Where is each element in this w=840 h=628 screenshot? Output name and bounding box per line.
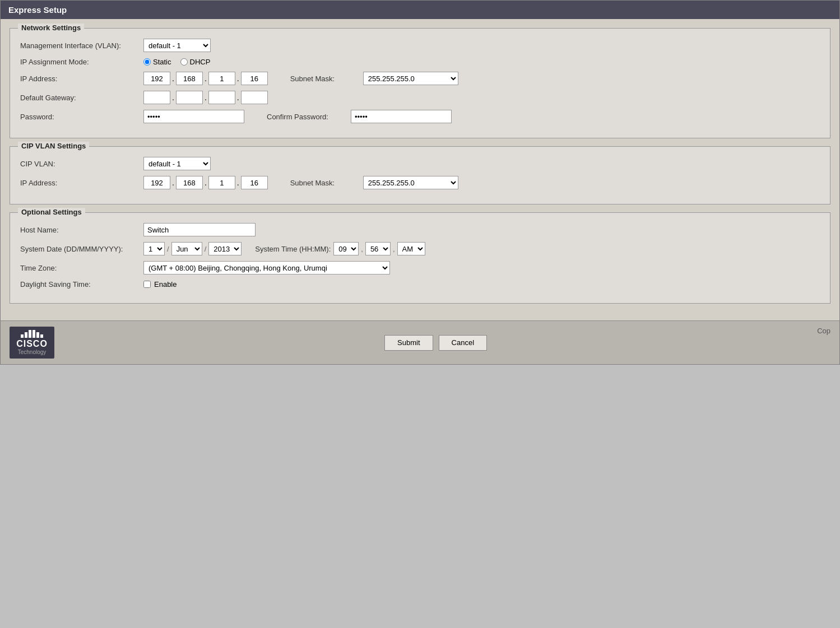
cisco-bar-5 xyxy=(36,332,39,338)
dhcp-radio-text: DHCP xyxy=(190,58,211,66)
daylight-saving-group: Enable xyxy=(143,280,177,289)
cip-ip-address-row: IP Address: . . . Subnet Mask: 255.255.2… xyxy=(20,176,820,189)
cip-dot-1: . xyxy=(170,178,176,187)
static-radio-text: Static xyxy=(153,58,171,66)
network-settings-title: Network Settings xyxy=(18,24,84,32)
timezone-select[interactable]: (GMT + 08:00) Beijing, Chongqing, Hong K… xyxy=(143,261,390,275)
static-radio[interactable] xyxy=(143,58,151,66)
time-mm-select[interactable]: 001530 4556 xyxy=(365,242,391,255)
gateway-ip-octet-4[interactable] xyxy=(241,91,268,104)
main-window: Express Setup Network Settings Managemen… xyxy=(0,0,840,365)
cip-ip-octet-4[interactable] xyxy=(241,176,268,189)
time-hh-select[interactable]: 010203 040506 070809 101112 xyxy=(333,242,359,255)
gw-dot-3: . xyxy=(235,93,241,102)
cip-ip-address-label: IP Address: xyxy=(20,179,143,187)
network-subnet-mask-label: Subnet Mask: xyxy=(290,75,363,83)
title-bar: Express Setup xyxy=(1,1,839,19)
footer-buttons: Submit Cancel xyxy=(54,335,817,351)
cisco-sub-text: Technology xyxy=(18,349,47,355)
network-ip-octet-1[interactable] xyxy=(143,72,170,85)
optional-settings-title: Optional Settings xyxy=(18,208,85,216)
network-subnet-mask-select[interactable]: 255.255.255.0 255.255.0.0 255.0.0.0 xyxy=(363,72,458,85)
daylight-saving-enable-text: Enable xyxy=(154,280,177,289)
management-interface-label: Management Interface (VLAN): xyxy=(20,41,143,50)
host-name-input[interactable] xyxy=(143,223,256,236)
copyright-text: Cop xyxy=(817,327,830,335)
time-group: 010203 040506 070809 101112 , 001530 455… xyxy=(333,242,425,255)
gw-dot-2: . xyxy=(203,93,208,102)
gateway-ip-octet-1[interactable] xyxy=(143,91,170,104)
network-ip-address-label: IP Address: xyxy=(20,75,143,83)
ip-assignment-label: IP Assignment Mode: xyxy=(20,58,143,66)
default-gateway-row: Default Gateway: . . . xyxy=(20,91,820,104)
cisco-bars xyxy=(21,330,43,338)
timezone-row: Time Zone: (GMT + 08:00) Beijing, Chongq… xyxy=(20,261,820,275)
ip-mode-radio-group: Static DHCP xyxy=(143,58,210,66)
network-ip-group: . . . xyxy=(143,72,268,85)
gateway-ip-octet-3[interactable] xyxy=(208,91,235,104)
ip-dot-1: . xyxy=(170,74,176,83)
dhcp-radio-label[interactable]: DHCP xyxy=(180,58,211,66)
date-sep-2: / xyxy=(203,245,208,253)
cip-ip-group: . . . xyxy=(143,176,268,189)
static-radio-label[interactable]: Static xyxy=(143,58,171,66)
dhcp-radio[interactable] xyxy=(180,58,188,66)
date-year-select[interactable]: 201320142015 xyxy=(208,242,242,255)
cisco-bar-4 xyxy=(33,330,35,338)
cisco-bar-1 xyxy=(21,334,24,338)
gw-dot-1: . xyxy=(170,93,176,102)
submit-button[interactable]: Submit xyxy=(384,335,433,351)
date-day-select[interactable]: 123 xyxy=(143,242,165,255)
management-interface-select[interactable]: default - 1 default - 2 default - 3 xyxy=(143,39,211,52)
system-date-row: System Date (DD/MMM/YYYY): 123 / JanFebM… xyxy=(20,242,820,255)
network-ip-octet-4[interactable] xyxy=(241,72,268,85)
cip-subnet-mask-select[interactable]: 255.255.255.0 255.255.0.0 255.0.0.0 xyxy=(363,176,458,189)
network-ip-octet-3[interactable] xyxy=(208,72,235,85)
ip-dot-2: . xyxy=(203,74,208,83)
optional-settings-section: Optional Settings Host Name: System Date… xyxy=(10,212,830,304)
confirm-password-input[interactable] xyxy=(351,110,452,123)
cisco-bar-2 xyxy=(25,332,27,338)
window-title: Express Setup xyxy=(8,5,67,15)
password-input[interactable] xyxy=(143,110,244,123)
daylight-saving-label: Daylight Saving Time: xyxy=(20,280,143,289)
timezone-label: Time Zone: xyxy=(20,264,143,272)
system-date-label: System Date (DD/MMM/YYYY): xyxy=(20,245,143,253)
cisco-bar-6 xyxy=(40,334,43,338)
password-label: Password: xyxy=(20,113,143,121)
system-time-label: System Time (HH:MM): xyxy=(255,245,333,253)
cip-vlan-section: CIP VLAN Settings CIP VLAN: default - 1 … xyxy=(10,146,830,204)
cip-ip-octet-1[interactable] xyxy=(143,176,170,189)
date-group: 123 / JanFebMar AprMayJun JulAugSep OctN… xyxy=(143,242,242,255)
cip-vlan-title: CIP VLAN Settings xyxy=(18,142,89,150)
time-sep: , xyxy=(360,245,364,253)
cancel-button[interactable]: Cancel xyxy=(439,335,487,351)
cip-ip-octet-2[interactable] xyxy=(176,176,203,189)
cip-vlan-row: CIP VLAN: default - 1 default - 2 xyxy=(20,157,820,170)
ip-assignment-mode-row: IP Assignment Mode: Static DHCP xyxy=(20,58,820,66)
host-name-row: Host Name: xyxy=(20,223,820,236)
gateway-ip-octet-2[interactable] xyxy=(176,91,203,104)
daylight-saving-checkbox[interactable] xyxy=(143,281,151,288)
network-settings-section: Network Settings Management Interface (V… xyxy=(10,28,830,138)
cisco-text: CISCO xyxy=(16,339,48,349)
cip-dot-2: . xyxy=(203,178,208,187)
time-ampm-select[interactable]: AMPM xyxy=(397,242,425,255)
cip-ip-octet-3[interactable] xyxy=(208,176,235,189)
cip-dot-3: . xyxy=(235,178,241,187)
cisco-logo: CISCO Technology xyxy=(10,327,54,359)
date-sep-1: / xyxy=(166,245,170,253)
password-row: Password: Confirm Password: xyxy=(20,110,820,123)
default-gateway-label: Default Gateway: xyxy=(20,94,143,102)
cip-vlan-select[interactable]: default - 1 default - 2 xyxy=(143,157,211,170)
ip-dot-3: . xyxy=(235,74,241,83)
management-interface-row: Management Interface (VLAN): default - 1… xyxy=(20,39,820,52)
date-month-select[interactable]: JanFebMar AprMayJun JulAugSep OctNovDec xyxy=(171,242,202,255)
cip-subnet-mask-label: Subnet Mask: xyxy=(290,179,363,187)
network-ip-octet-2[interactable] xyxy=(176,72,203,85)
ampm-sep: , xyxy=(392,245,396,253)
network-ip-address-row: IP Address: . . . Subnet Mask: 255.255.2… xyxy=(20,72,820,85)
content-area: Network Settings Management Interface (V… xyxy=(1,19,839,320)
footer: CISCO Technology Submit Cancel Cop xyxy=(1,320,839,364)
cisco-bar-3 xyxy=(29,330,31,338)
